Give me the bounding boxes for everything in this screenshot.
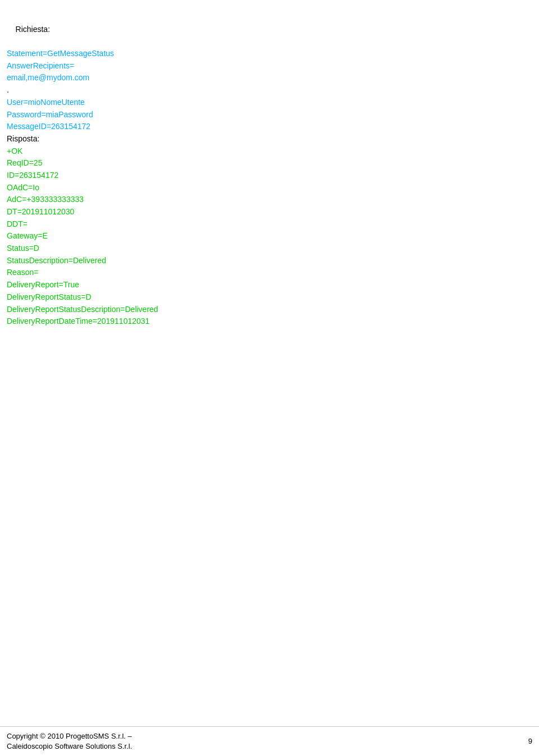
content-line-2: email,me@mydom.com (7, 72, 532, 84)
content-line-22: DeliveryReportDateTime=201911012031 (7, 315, 532, 328)
lines-container: Statement=GetMessageStatusAnswerRecipien… (7, 48, 532, 328)
content-line-9: ReqID=25 (7, 157, 532, 169)
content-line-21: DeliveryReportStatusDescription=Delivere… (7, 304, 532, 316)
content-line-11: OAdC=Io (7, 182, 532, 194)
content-line-14: DDT= (7, 218, 532, 231)
content-line-0: Statement=GetMessageStatus (7, 48, 532, 60)
richiesta-label: Richiesta: (7, 11, 532, 48)
content-line-18: Reason= (7, 267, 532, 279)
content-line-13: DT=201911012030 (7, 206, 532, 218)
footer-line1: Copyright © 2010 ProgettoSMS S.r.l. – (7, 731, 132, 741)
content-line-12: AdC=+393333333333 (7, 194, 532, 206)
footer: Copyright © 2010 ProgettoSMS S.r.l. – Ca… (0, 726, 539, 756)
content-line-15: Gateway=E (7, 230, 532, 242)
content-line-5: Password=miaPassword (7, 109, 532, 121)
content-line-7: Risposta: (7, 133, 532, 145)
content-line-3: . (7, 84, 532, 97)
content-line-4: User=mioNomeUtente (7, 97, 532, 109)
main-content: Richiesta: Statement=GetMessageStatusAns… (0, 0, 539, 373)
content-line-10: ID=263154172 (7, 169, 532, 182)
richiesta-text: Richiesta: (16, 25, 50, 34)
content-line-6: MessageID=263154172 (7, 121, 532, 133)
content-line-17: StatusDescription=Delivered (7, 255, 532, 267)
content-line-16: Status=D (7, 242, 532, 255)
footer-left: Copyright © 2010 ProgettoSMS S.r.l. – Ca… (7, 731, 132, 752)
content-line-20: DeliveryReportStatus=D (7, 291, 532, 304)
footer-page-number: 9 (528, 737, 532, 745)
content-line-1: AnswerRecipients= (7, 60, 532, 72)
footer-line2: Caleidoscopio Software Solutions S.r.l. (7, 741, 132, 752)
content-line-19: DeliveryReport=True (7, 279, 532, 291)
content-line-8: +OK (7, 145, 532, 158)
